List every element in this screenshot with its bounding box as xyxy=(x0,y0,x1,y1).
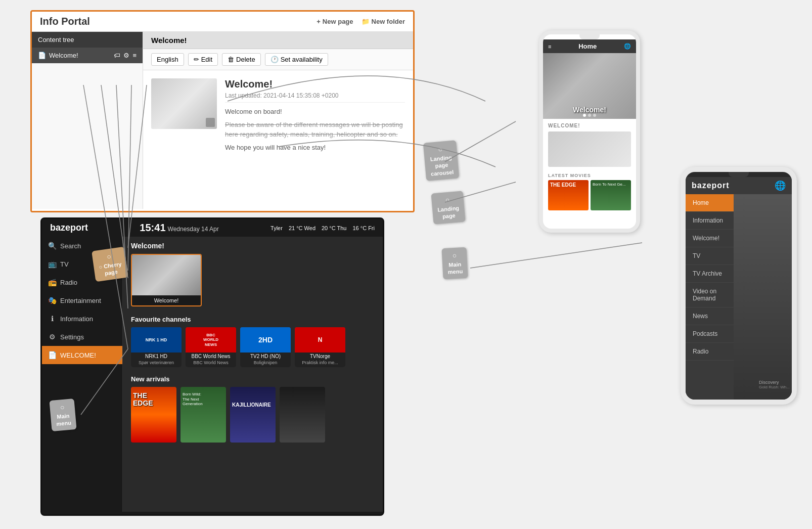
phone1-globe-icon: 🌐 xyxy=(624,43,631,50)
phone1-topbar: ≡ Home 🌐 xyxy=(543,39,636,53)
information-icon: ℹ xyxy=(48,315,56,323)
article-intro: Welcome on board! xyxy=(225,107,405,117)
edit-button[interactable]: ✏ Edit xyxy=(188,53,218,66)
carousel-dot-2 xyxy=(588,114,591,117)
availability-button[interactable]: 🕐 Set availability xyxy=(265,53,328,66)
radio-icon: 📻 xyxy=(48,278,56,286)
clock-icon: 🕐 xyxy=(270,56,279,63)
tv-new-arrivals: New arrivals THEEDGE Born Wild:The NextG… xyxy=(123,371,383,447)
tv-fav-title: Favourite channels xyxy=(131,316,375,323)
carousel-dot-1 xyxy=(583,114,586,117)
tv-user: Tyler xyxy=(270,225,283,231)
tag-cherry-icon: ○ xyxy=(99,263,103,270)
tv-channel-tvnorge[interactable]: N TVNorge Praktisk info me... xyxy=(295,327,345,367)
tv2-logo: 2HD xyxy=(240,327,291,352)
tvn-show: Praktisk info me... xyxy=(295,360,345,367)
phone2-menu-tvarchive[interactable]: TV Archive xyxy=(686,265,734,283)
phone1-movie-born[interactable]: Born To Next Ge... xyxy=(591,180,631,210)
tv-topbar: bazeport 15:41 Wednesday 14 Apr Tyler 21… xyxy=(42,219,383,237)
tv-movie-born[interactable]: Born Wild:The NextGeneration xyxy=(181,387,226,443)
tv-time: 15:41 xyxy=(140,222,165,234)
svg-line-7 xyxy=(470,243,642,268)
tv-channel-bbc[interactable]: BBCWORLDNEWS BBC World News BBC World Ne… xyxy=(186,327,236,367)
tv-hero-area: Welcome! Welcome! xyxy=(123,237,383,312)
bbc-show: BBC World News xyxy=(186,360,236,367)
tv-logo: bazeport xyxy=(50,223,88,233)
phone2-notch xyxy=(729,172,749,177)
phone1: ≡ Home 🌐 Welcome! WELCOME! LATEST MOVIES… xyxy=(539,30,640,233)
cms-title: Info Portal xyxy=(40,16,90,27)
tv2-name: TV2 HD (NO) xyxy=(240,352,291,360)
phone2-menu-home[interactable]: Home xyxy=(686,194,734,212)
carousel-dot-3 xyxy=(593,114,596,117)
phone2-menu-news[interactable]: News xyxy=(686,307,734,325)
sidebar-item-entertainment[interactable]: 🎭 Entertainment xyxy=(42,291,122,310)
edit-icon: ✏ xyxy=(194,56,199,63)
phone2-topbar: bazeport 🌐 xyxy=(686,177,792,194)
movie-edge-title: THEEDGE xyxy=(133,392,153,408)
new-folder-button[interactable]: 📁 New folder xyxy=(362,18,405,25)
cms-content-panel: Welcome! English ✏ Edit 🗑 Delete 🕐 Set a… xyxy=(143,32,413,209)
cms-content-tree: Content tree 📄 Welcome! 🏷 ⚙ ≡ xyxy=(32,32,143,209)
tv-channel-tv2[interactable]: 2HD TV2 HD (NO) Boligknipen xyxy=(240,327,291,367)
tv-channel-nrk[interactable]: NRK 1 HD NRK1 HD Spør veterinæren xyxy=(131,327,182,367)
language-button[interactable]: English xyxy=(151,53,184,66)
cms-article-body: Welcome! Last updated: 2021-04-14 15:35:… xyxy=(143,70,413,209)
phone1-welcome-label: WELCOME! xyxy=(548,123,631,128)
phone1-title: Home xyxy=(578,42,597,50)
tv-main-content: Welcome! Welcome! Favourite channels NRK… xyxy=(123,237,383,512)
cms-tree-item-welcome[interactable]: 📄 Welcome! 🏷 ⚙ ≡ xyxy=(32,48,143,63)
article-title: Welcome! xyxy=(225,78,405,90)
sidebar-item-settings[interactable]: ⚙ Settings xyxy=(42,328,122,346)
phone2-menu-area: Home Information Welcome! TV TV Archive … xyxy=(686,194,792,400)
tag-landing-carousel: Landingpagecarousel xyxy=(423,140,460,181)
phone2-menu-podcasts[interactable]: Podcasts xyxy=(686,325,734,343)
phone1-menu-icon[interactable]: ≡ xyxy=(548,43,551,50)
phone2-menu-list: Home Information Welcome! TV TV Archive … xyxy=(686,194,734,400)
article-body2: We hope you will have a nice stay! xyxy=(225,143,405,153)
phone1-notch xyxy=(579,34,600,39)
cms-header: Info Portal + New page 📁 New folder xyxy=(32,12,413,32)
movie-kaji-title: KAJILLIONAIRE xyxy=(232,402,271,408)
cms-article-image xyxy=(151,78,217,129)
phone2-menu-welcome[interactable]: Welcome! xyxy=(686,230,734,247)
article-body1: Please be aware of the different message… xyxy=(225,120,405,140)
sidebar-item-welcome[interactable]: 📄 WELCOME! xyxy=(42,346,122,364)
tv-weather3: 16 °C Fri xyxy=(352,225,375,231)
search-icon: 🔍 xyxy=(48,242,56,250)
tv-weather1: 21 °C Wed xyxy=(289,225,315,231)
phone2-menu-information[interactable]: Information xyxy=(686,212,734,230)
phone2-background-image xyxy=(734,194,792,400)
phone1-movies-section: LATEST MOVIES THE EDGE Born To Next Ge..… xyxy=(543,171,636,212)
new-page-button[interactable]: + New page xyxy=(317,18,353,25)
trash-icon: 🗑 xyxy=(228,56,234,63)
tv-hero-card-label: Welcome! xyxy=(132,295,201,305)
phone2-content-area: Discovery Gold Rush: Wh... xyxy=(734,194,792,400)
tag-main-menu-right: Mainmenu xyxy=(441,247,468,279)
cms-article-text: Welcome! Last updated: 2021-04-14 15:35:… xyxy=(225,78,405,201)
tv-hero-card[interactable]: Welcome! xyxy=(131,254,202,306)
phone2-menu-tv[interactable]: TV xyxy=(686,247,734,265)
sidebar-item-information[interactable]: ℹ Information xyxy=(42,310,122,328)
gear-icon: ⚙ xyxy=(123,52,129,59)
bbc-logo: BBCWORLDNEWS xyxy=(186,327,236,352)
phone1-carousel-dots xyxy=(583,114,596,117)
phone2-menu-vod[interactable]: Video on Demand xyxy=(686,283,734,307)
tv-movie-dark[interactable] xyxy=(280,387,325,443)
phone1-welcome-section: WELCOME! xyxy=(543,119,636,171)
phone1-movies-label: LATEST MOVIES xyxy=(548,173,631,178)
phone2-globe-icon: 🌐 xyxy=(775,180,786,191)
phone2-discovery-label: Discovery Gold Rush: Wh... xyxy=(759,380,790,389)
tv-favourite-channels: Favourite channels NRK 1 HD NRK1 HD Spør… xyxy=(123,312,383,371)
tv-movie-kaji[interactable]: KAJILLIONAIRE xyxy=(230,387,276,443)
tvn-logo: N xyxy=(295,327,345,352)
delete-button[interactable]: 🗑 Delete xyxy=(222,53,261,66)
page-icon: 📄 xyxy=(38,52,46,59)
phone1-movies-row: THE EDGE Born To Next Ge... xyxy=(548,180,631,210)
tv-movies-row: THEEDGE Born Wild:The NextGeneration KAJ… xyxy=(131,387,375,443)
phone1-movie-edge[interactable]: THE EDGE xyxy=(548,180,589,210)
cms-content-page-title: Welcome! xyxy=(143,32,413,49)
phone2-menu-radio[interactable]: Radio xyxy=(686,343,734,361)
tv-movie-edge[interactable]: THEEDGE xyxy=(131,387,176,443)
bbc-name: BBC World News xyxy=(186,352,236,360)
